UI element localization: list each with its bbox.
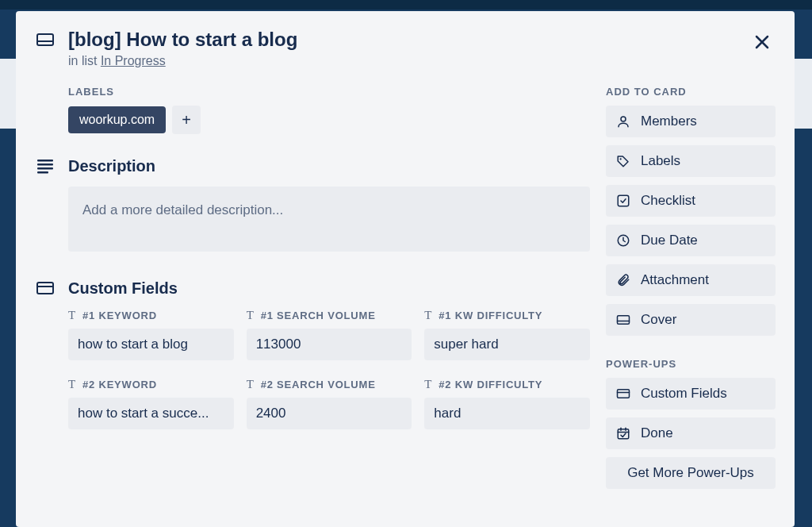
- card-title[interactable]: [blog] How to start a blog: [68, 29, 297, 51]
- sidebar-item-label: Cover: [641, 312, 676, 328]
- get-more-power-ups-label: Get More Power-Ups: [627, 465, 754, 481]
- text-type-icon: T: [424, 378, 432, 391]
- custom-field-value[interactable]: how to start a succe...: [68, 398, 234, 429]
- done-button[interactable]: Done: [606, 417, 776, 449]
- svg-rect-14: [618, 316, 630, 325]
- cover-button[interactable]: Cover: [606, 304, 776, 336]
- svg-point-10: [621, 117, 626, 121]
- custom-field-value[interactable]: how to start a blog: [68, 329, 234, 360]
- description-icon: [35, 156, 56, 175]
- custom-field-label: T#1 SEARCH VOLUME: [247, 309, 412, 322]
- sidebar-item-label: Done: [641, 425, 673, 441]
- sidebar-item-label: Custom Fields: [641, 386, 727, 402]
- sidebar-item-label: Labels: [641, 153, 680, 169]
- custom-field-label: T#1 KW DIFFICULTY: [424, 309, 590, 322]
- power-ups-heading: POWER-UPS: [606, 358, 776, 370]
- svg-point-11: [620, 158, 622, 160]
- checklist-button[interactable]: Checklist: [606, 185, 776, 217]
- custom-field: T#2 KW DIFFICULTYhard: [424, 378, 590, 429]
- due-date-button[interactable]: Due Date: [606, 225, 776, 256]
- custom-fields-icon: [615, 387, 631, 401]
- labels-button[interactable]: Labels: [606, 145, 776, 177]
- sidebar-item-label: Attachment: [641, 272, 709, 288]
- custom-field: T#2 SEARCH VOLUME2400: [247, 378, 412, 429]
- custom-field: T#1 SEARCH VOLUME113000: [247, 309, 412, 360]
- close-icon: [754, 34, 770, 50]
- sidebar-item-label: Members: [641, 113, 697, 129]
- svg-rect-18: [618, 429, 629, 439]
- close-button[interactable]: [749, 29, 776, 56]
- text-type-icon: T: [424, 309, 432, 322]
- svg-rect-8: [37, 283, 53, 294]
- custom-fields-button[interactable]: Custom Fields: [606, 378, 776, 410]
- get-more-power-ups-button[interactable]: Get More Power-Ups: [606, 457, 776, 489]
- svg-rect-2: [37, 34, 53, 45]
- members-icon: [615, 114, 631, 129]
- description-input[interactable]: Add a more detailed description...: [68, 187, 590, 252]
- custom-field-label: T#1 KEYWORD: [68, 309, 234, 322]
- svg-rect-6: [37, 167, 53, 170]
- cover-icon: [615, 313, 631, 327]
- attachment-icon: [615, 273, 631, 287]
- custom-fields-icon: [35, 279, 56, 298]
- custom-field-label: T#2 SEARCH VOLUME: [247, 378, 412, 391]
- plus-icon: +: [182, 111, 191, 129]
- sidebar-item-label: Checklist: [641, 193, 695, 209]
- text-type-icon: T: [247, 309, 255, 322]
- svg-rect-4: [37, 160, 53, 162]
- custom-field-value[interactable]: hard: [424, 398, 590, 429]
- custom-field-label: T#2 KW DIFFICULTY: [424, 378, 590, 391]
- list-link[interactable]: In Progress: [101, 54, 166, 67]
- svg-rect-16: [618, 390, 630, 398]
- custom-field: T#1 KEYWORDhow to start a blog: [68, 309, 234, 360]
- attachment-button[interactable]: Attachment: [606, 264, 776, 296]
- checklist-icon: [615, 194, 631, 208]
- custom-field-value[interactable]: super hard: [424, 329, 590, 360]
- label-chip[interactable]: woorkup.com: [68, 106, 166, 133]
- due-date-icon: [615, 233, 631, 248]
- add-to-card-heading: ADD TO CARD: [606, 86, 776, 98]
- custom-fields-heading: Custom Fields: [68, 279, 178, 298]
- labels-heading: LABELS: [68, 86, 590, 98]
- custom-field-value[interactable]: 113000: [247, 329, 412, 360]
- custom-field: T#2 KEYWORDhow to start a succe...: [68, 378, 234, 429]
- members-button[interactable]: Members: [606, 106, 776, 137]
- card-modal: [blog] How to start a blog in list In Pr…: [16, 11, 795, 527]
- text-type-icon: T: [247, 378, 255, 391]
- card-list-location: in list In Progress: [68, 54, 776, 68]
- text-type-icon: T: [68, 378, 76, 391]
- sidebar-item-label: Due Date: [641, 233, 698, 248]
- description-heading: Description: [68, 157, 155, 175]
- text-type-icon: T: [68, 309, 76, 322]
- labels-icon: [615, 154, 631, 168]
- custom-field: T#1 KW DIFFICULTYsuper hard: [424, 309, 590, 360]
- add-label-button[interactable]: +: [172, 106, 201, 134]
- svg-rect-7: [37, 171, 48, 174]
- card-icon: [35, 30, 56, 49]
- done-icon: [615, 426, 631, 440]
- svg-rect-12: [618, 195, 629, 206]
- custom-field-value[interactable]: 2400: [247, 398, 412, 429]
- custom-field-label: T#2 KEYWORD: [68, 378, 234, 391]
- svg-rect-5: [37, 163, 53, 166]
